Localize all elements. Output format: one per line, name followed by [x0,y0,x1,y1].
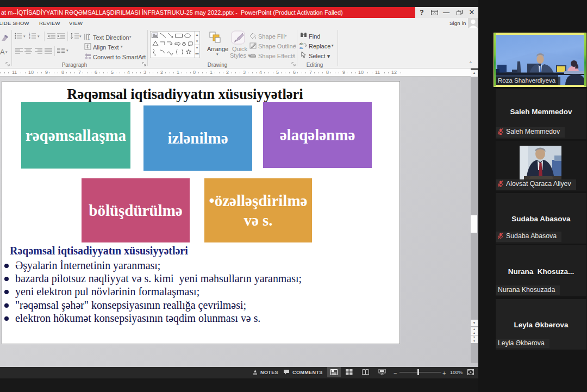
svg-text:3: 3 [29,37,30,39]
svg-text:A: A [88,38,90,40]
svg-text:ac: ac [299,46,304,49]
svg-text:ab: ab [299,42,304,46]
